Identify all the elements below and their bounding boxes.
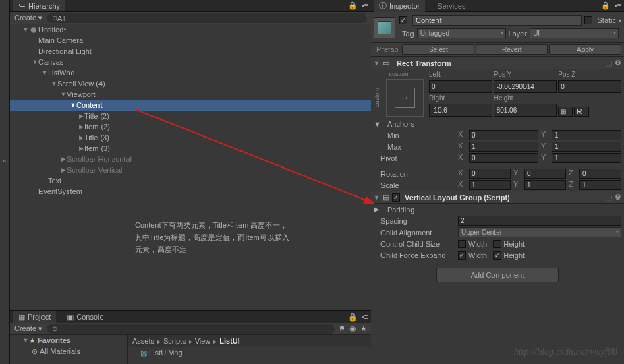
hierarchy-item[interactable]: ▼Canvas (10, 57, 371, 67)
tab-services[interactable]: Services (432, 1, 471, 11)
gear-icon[interactable]: ⚙ (615, 59, 621, 67)
tab-inspector[interactable]: ⓘInspector (374, 0, 425, 12)
help-icon[interactable]: ⬚ (605, 59, 612, 67)
anchors-foldout[interactable]: Anchors (380, 120, 458, 128)
hierarchy-search[interactable]: ⊙All (47, 13, 367, 23)
left-field[interactable]: 0 (429, 80, 492, 93)
rot-y[interactable]: 0 (524, 169, 566, 179)
right-field[interactable]: -10.6 (429, 104, 492, 117)
ccs-width-checkbox[interactable] (458, 240, 466, 248)
file-item[interactable]: ▧ ListUIMng (128, 347, 371, 358)
pivot-y[interactable]: 1 (552, 153, 621, 163)
annotation-text: Content下有两类元素，Title和Item 高度不一，其中Title为标题… (135, 219, 289, 255)
layer-label: Layer (509, 30, 528, 38)
padding-foldout[interactable]: Padding (380, 206, 458, 214)
anchor-max-y[interactable]: 1 (552, 142, 621, 152)
hierarchy-item[interactable]: ▶Scrollbar Horizontal (10, 154, 371, 164)
hierarchy-item[interactable]: ▼⬣Untitled* (10, 24, 371, 35)
prefab-label: Prefab (374, 44, 401, 55)
panel-menu-icon[interactable]: ▪≡ (615, 1, 621, 10)
anchor-min-x[interactable]: 0 (469, 130, 538, 140)
tag-dropdown[interactable]: Untagged (417, 28, 506, 38)
lock-icon[interactable]: 🔒 (601, 1, 611, 10)
sca-x[interactable]: 1 (469, 180, 511, 190)
apply-button[interactable]: Apply (549, 44, 621, 55)
posz-field[interactable]: 0 (558, 80, 621, 93)
breadcrumb[interactable]: Assets ▸ Scripts ▸ View ▸ ListUI (128, 335, 371, 347)
static-checkbox[interactable] (584, 16, 592, 24)
console-icon: ▣ (67, 313, 74, 322)
help-icon[interactable]: ⬚ (605, 193, 612, 202)
hierarchy-item[interactable]: ▶Item (2) (10, 121, 371, 132)
anchor-min-y[interactable]: 1 (552, 130, 621, 140)
star-icon[interactable]: ★ (360, 324, 367, 333)
tab-console[interactable]: ▣Console (61, 311, 109, 323)
hierarchy-item[interactable]: ▼ListWnd (10, 67, 371, 78)
rot-z[interactable]: 0 (579, 169, 621, 179)
hierarchy-item[interactable]: Text (10, 175, 371, 186)
panel-menu-icon[interactable]: ▪≡ (362, 1, 368, 10)
lock-icon[interactable]: 🔒 (348, 1, 358, 10)
add-component-button[interactable]: Add Component (436, 268, 559, 282)
active-checkbox[interactable]: ✓ (399, 16, 407, 24)
hierarchy-tree[interactable]: ▼⬣Untitled*Main CameraDirectional Light▼… (10, 24, 371, 310)
gameobject-icon[interactable] (374, 17, 395, 38)
rotation-label: Rotation (374, 170, 458, 178)
hierarchy-item[interactable]: ▶Item (3) (10, 143, 371, 154)
pivot-label: Pivot (374, 154, 458, 162)
watermark: http://blog.csdn.net/wuyf88 (514, 346, 617, 357)
scale-label: Scale (374, 181, 458, 189)
ccs-height-checkbox[interactable] (493, 240, 501, 248)
hierarchy-item[interactable]: ▶Title (2) (10, 111, 371, 121)
hierarchy-tab-label: Hierarchy (28, 2, 60, 10)
hierarchy-item[interactable]: ▶Scrollbar Vertical (10, 164, 371, 175)
vlg-enabled-checkbox[interactable]: ✓ (392, 193, 400, 202)
anchor-preset[interactable] (386, 79, 424, 117)
hierarchy-item[interactable]: Main Camera (10, 35, 371, 46)
hierarchy-item[interactable]: ▶Title (3) (10, 132, 371, 143)
select-button[interactable]: Select (402, 44, 474, 55)
project-folders[interactable]: ▼★ Favorites ⊙ All Materials (10, 335, 128, 364)
left-dock-strip: z (0, 0, 10, 364)
hierarchy-item[interactable]: ▼Scroll View (4) (10, 78, 371, 89)
posy-field[interactable]: -0.06290014 (494, 80, 557, 93)
panel-menu-icon[interactable]: ▪≡ (362, 313, 368, 322)
project-create-dropdown[interactable]: Create ▾ (14, 324, 42, 333)
cfe-width-checkbox[interactable]: ✓ (458, 251, 466, 260)
pivot-x[interactable]: 0 (469, 153, 538, 163)
eye-icon[interactable]: ◉ (349, 324, 356, 333)
create-dropdown[interactable]: Create ▾ (14, 13, 42, 22)
rect-transform-header[interactable]: ▼▭ Rect Transform ⬚⚙ (371, 57, 624, 69)
inspector-tab-label: Inspector (389, 2, 420, 10)
raw-edit-toggle[interactable]: R (574, 107, 589, 117)
spacing-field[interactable]: 2 (458, 216, 621, 226)
height-field[interactable]: 801.06 (494, 104, 557, 117)
name-field[interactable]: Content (412, 15, 582, 26)
vlg-header[interactable]: ▼▤✓Vertical Layout Group (Script) ⬚⚙ (371, 191, 624, 204)
info-icon: ⓘ (379, 1, 387, 11)
sca-z[interactable]: 1 (579, 180, 621, 190)
revert-button[interactable]: Revert (476, 44, 548, 55)
hierarchy-item[interactable]: ▼Content (10, 100, 371, 111)
filter-icon[interactable]: ⚑ (339, 324, 345, 333)
hierarchy-item[interactable]: EventSystem (10, 186, 371, 197)
min-label: Min (374, 131, 458, 140)
layer-dropdown[interactable]: UI (530, 28, 619, 38)
sca-y[interactable]: 1 (524, 180, 566, 190)
hierarchy-item[interactable]: ▼Viewport (10, 89, 371, 100)
hierarchy-item[interactable]: Directional Light (10, 46, 371, 57)
tab-project[interactable]: ▦Project (13, 311, 56, 323)
spacing-label: Spacing (374, 217, 458, 225)
all-materials-item[interactable]: All Materials (40, 347, 80, 355)
rot-x[interactable]: 0 (469, 169, 511, 179)
tab-hierarchy[interactable]: ≔ Hierarchy (13, 0, 65, 11)
blueprint-toggle[interactable]: ⊞ (558, 107, 573, 117)
project-search[interactable]: ⊙ (47, 324, 335, 334)
cfe-height-checkbox[interactable]: ✓ (493, 251, 501, 260)
tag-label: Tag (402, 30, 414, 38)
lock-icon[interactable]: 🔒 (348, 313, 358, 322)
static-label: Static (597, 16, 616, 24)
child-alignment-dropdown[interactable]: Upper Center (458, 227, 621, 237)
anchor-max-x[interactable]: 1 (469, 142, 538, 152)
gear-icon[interactable]: ⚙ (615, 193, 621, 202)
